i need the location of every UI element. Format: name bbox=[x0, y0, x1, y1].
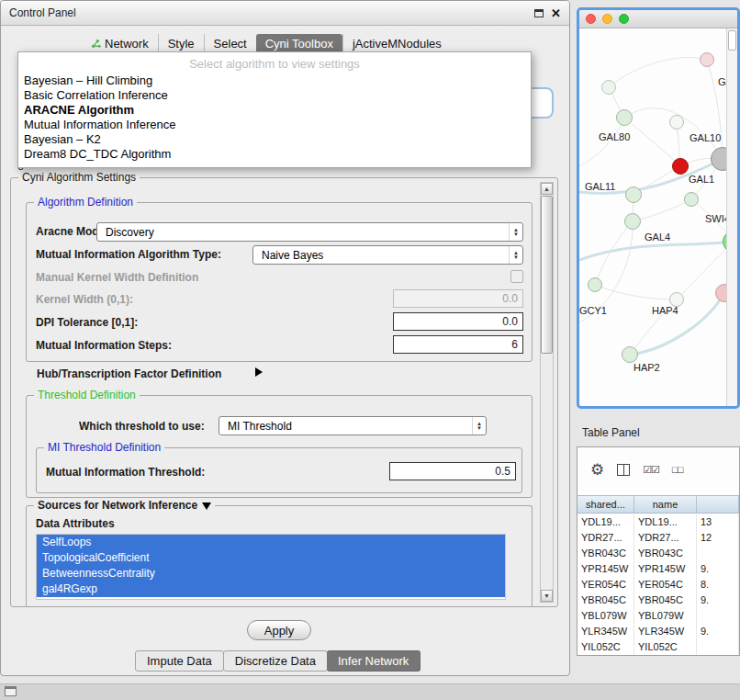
network-node[interactable] bbox=[625, 186, 642, 203]
select-all-rows-icon[interactable]: ☑☑ bbox=[643, 464, 659, 476]
deselect-all-rows-icon[interactable]: □□ bbox=[672, 464, 682, 475]
network-node[interactable] bbox=[669, 115, 684, 130]
attribute-item[interactable]: TopologicalCoefficient bbox=[37, 550, 505, 566]
network-node[interactable] bbox=[700, 52, 714, 67]
tab-select[interactable]: Select bbox=[204, 34, 256, 53]
table-toolbar: ⚙ ☑☑ □□ bbox=[577, 447, 739, 491]
table-row[interactable]: YLR345W YLR345W 9. bbox=[577, 624, 739, 639]
tab-cyni-toolbox[interactable]: Cyni Toolbox bbox=[256, 34, 342, 53]
algorithm-option[interactable]: Mutual Information Inference bbox=[18, 118, 531, 132]
table-panel: ⚙ ☑☑ □□ shared... name YDL19... YDL19...… bbox=[577, 446, 740, 656]
tab-jactivemnodules[interactable]: jActiveMNodules bbox=[342, 34, 451, 53]
kernel-width-label: Kernel Width (0,1): bbox=[36, 293, 133, 306]
node-label: GAL1 bbox=[689, 174, 714, 185]
tab-network-label: Network bbox=[105, 37, 149, 51]
float-panel-icon[interactable] bbox=[534, 9, 544, 17]
panel-window-buttons: ✕ bbox=[534, 7, 561, 19]
tab-impute-data[interactable]: Impute Data bbox=[135, 650, 224, 672]
apply-button[interactable]: Apply bbox=[247, 620, 311, 640]
tab-infer-network[interactable]: Infer Network bbox=[327, 650, 420, 672]
threshold-definition-title: Threshold Definition bbox=[34, 389, 140, 402]
mi-type-select[interactable]: Naive Bayes ▲▼ bbox=[252, 245, 523, 265]
algorithm-option[interactable]: Basic Correlation Inference bbox=[18, 88, 531, 103]
node-label: GAL11 bbox=[585, 181, 615, 192]
scroll-down-arrow-icon[interactable]: ▼ bbox=[541, 590, 553, 602]
table-row[interactable]: YIL052C YIL052C bbox=[577, 639, 739, 655]
data-attributes-list[interactable]: SelfLoops TopologicalCoefficient Between… bbox=[36, 534, 506, 600]
attribute-item[interactable]: gal4RGexp bbox=[37, 581, 505, 597]
algorithm-option[interactable]: Bayesian – Hill Climbing bbox=[18, 73, 531, 88]
manual-kernel-label: Manual Kernel Width Definition bbox=[36, 271, 198, 284]
cyni-algorithm-settings-group: Cyni Algorithm Settings Algorithm Defini… bbox=[10, 177, 558, 607]
network-scrollbar-thumb[interactable] bbox=[728, 30, 736, 51]
mi-steps-field[interactable]: 6 bbox=[393, 335, 523, 354]
network-canvas[interactable]: GAL80 GAL10 GAL11 GAL1 SWI4 GAL4 GCY1 HA… bbox=[579, 28, 726, 406]
sources-group: Sources for Network Inference Data Attri… bbox=[26, 505, 533, 606]
table-row[interactable]: YBR045C YBR045C 9. bbox=[577, 593, 739, 608]
close-panel-icon[interactable]: ✕ bbox=[551, 7, 561, 19]
column-header[interactable]: shared... bbox=[577, 496, 634, 513]
algorithm-option[interactable]: Bayesian – K2 bbox=[18, 132, 531, 147]
tab-discretize-data[interactable]: Discretize Data bbox=[223, 650, 328, 672]
table-body: YDL19... YDL19... 13 YDR27... YDR27... 1… bbox=[577, 514, 739, 655]
network-node[interactable] bbox=[588, 277, 602, 292]
data-attributes-label: Data Attributes bbox=[36, 517, 115, 530]
threshold-definition-group: Threshold Definition Which threshold to … bbox=[26, 395, 533, 498]
network-node[interactable] bbox=[622, 346, 638, 363]
network-node[interactable] bbox=[616, 109, 633, 126]
cyni-settings-group-title: Cyni Algorithm Settings bbox=[18, 171, 140, 185]
mi-type-value: Naive Bayes bbox=[253, 246, 509, 264]
network-node[interactable] bbox=[624, 213, 641, 230]
column-header[interactable]: name bbox=[634, 496, 697, 513]
dpi-tolerance-label: DPI Tolerance [0,1]: bbox=[36, 316, 138, 329]
network-window-titlebar bbox=[579, 10, 737, 28]
combo-spinner-icon: ▲▼ bbox=[509, 223, 522, 241]
sources-group-title[interactable]: Sources for Network Inference bbox=[34, 499, 215, 513]
algorithm-definition-title: Algorithm Definition bbox=[34, 196, 137, 209]
column-header[interactable] bbox=[697, 496, 739, 513]
which-threshold-select[interactable]: MI Threshold ▲▼ bbox=[219, 416, 487, 435]
settings-scrollbar[interactable]: ▲ ▼ bbox=[540, 182, 554, 603]
table-row[interactable]: YDR27... YDR27... 12 bbox=[577, 530, 739, 546]
which-threshold-value: MI Threshold bbox=[219, 417, 472, 435]
network-node-selected[interactable] bbox=[672, 158, 689, 175]
table-row[interactable]: YER054C YER054C 8. bbox=[577, 577, 739, 593]
attribute-item[interactable]: SelfLoops bbox=[37, 535, 505, 550]
table-row[interactable]: YBR043C YBR043C bbox=[577, 546, 739, 561]
table-row[interactable]: YDL19... YDL19... 13 bbox=[577, 514, 739, 530]
table-panel-title: Table Panel bbox=[582, 426, 640, 439]
hub-section-label[interactable]: Hub/Transcription Factor Definition bbox=[37, 367, 221, 380]
algorithm-option-selected[interactable]: ARACNE Algorithm bbox=[18, 103, 531, 118]
scrollbar-thumb[interactable] bbox=[541, 196, 553, 354]
kernel-width-field[interactable]: 0.0 bbox=[393, 289, 523, 308]
table-row[interactable]: YBL079W YBL079W bbox=[577, 608, 739, 624]
network-node[interactable] bbox=[684, 192, 699, 207]
dpi-tolerance-field[interactable]: 0.0 bbox=[393, 312, 523, 331]
table-settings-gear-icon[interactable]: ⚙ bbox=[590, 460, 604, 480]
hub-expand-arrow-icon[interactable] bbox=[255, 367, 263, 377]
mi-threshold-field[interactable]: 0.5 bbox=[389, 462, 516, 480]
bottom-status-strip bbox=[0, 683, 740, 700]
table-header-row: shared... name bbox=[577, 495, 739, 514]
minimize-traffic-button[interactable] bbox=[602, 14, 612, 24]
column-selector-icon[interactable] bbox=[617, 464, 630, 476]
network-view-window: GAL80 GAL10 GAL11 GAL1 SWI4 GAL4 GCY1 HA… bbox=[577, 7, 740, 409]
scroll-up-arrow-icon[interactable]: ▲ bbox=[541, 183, 553, 195]
aracne-mode-value: Discovery bbox=[97, 223, 509, 241]
attribute-item[interactable]: BetweennessCentrality bbox=[37, 566, 505, 581]
close-traffic-button[interactable] bbox=[586, 14, 596, 24]
manual-kernel-checkbox[interactable] bbox=[510, 270, 523, 283]
algorithm-definition-group: Algorithm Definition Aracne Mode: Discov… bbox=[26, 202, 533, 362]
table-row[interactable]: YPR145W YPR145W 9. bbox=[577, 561, 739, 577]
tab-network[interactable]: Network bbox=[82, 34, 158, 53]
network-scrollbar[interactable] bbox=[726, 28, 737, 406]
network-node[interactable] bbox=[601, 80, 616, 95]
tab-style[interactable]: Style bbox=[158, 34, 204, 53]
algorithm-option[interactable]: Dream8 DC_TDC Algorithm bbox=[18, 147, 531, 162]
sources-collapse-arrow-icon bbox=[202, 502, 211, 510]
panel-dock-icon[interactable] bbox=[5, 686, 17, 696]
algorithm-placeholder: Select algorithm to view settings bbox=[18, 55, 531, 73]
aracne-mode-select[interactable]: Discovery ▲▼ bbox=[96, 222, 523, 242]
bottom-tabs: Impute Data Discretize Data Infer Networ… bbox=[136, 650, 420, 672]
zoom-traffic-button[interactable] bbox=[619, 14, 629, 24]
